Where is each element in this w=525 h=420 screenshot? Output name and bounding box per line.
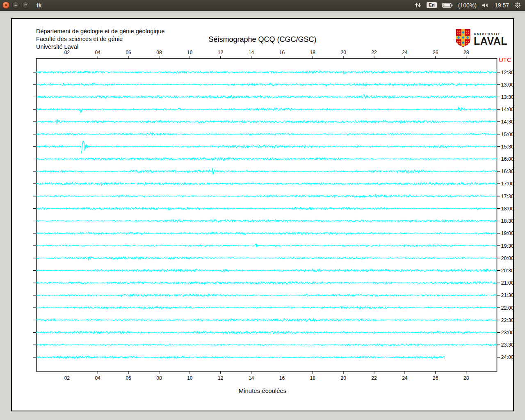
window-title: tk: [37, 2, 41, 9]
svg-text:14:00: 14:00: [501, 107, 514, 112]
svg-text:20:00: 20:00: [501, 256, 514, 261]
svg-text:14: 14: [249, 375, 254, 381]
svg-text:22:00: 22:00: [501, 305, 514, 311]
svg-text:04: 04: [95, 375, 101, 381]
svg-text:10: 10: [187, 50, 193, 55]
svg-text:13:00: 13:00: [501, 82, 514, 88]
svg-text:15:00: 15:00: [501, 132, 514, 137]
clock[interactable]: 19:57: [495, 2, 509, 9]
svg-text:12:30: 12:30: [501, 70, 514, 75]
volume-icon[interactable]: [482, 2, 489, 8]
maximize-icon: [25, 4, 27, 6]
svg-text:16: 16: [279, 50, 285, 55]
logo-text-laval: LAVAL: [474, 36, 507, 46]
svg-text:12: 12: [218, 50, 224, 55]
svg-text:16:00: 16:00: [501, 156, 514, 162]
svg-text:06: 06: [126, 375, 131, 381]
svg-text:14:30: 14:30: [501, 119, 514, 125]
svg-text:28: 28: [463, 50, 469, 55]
battery-icon[interactable]: [442, 2, 453, 8]
chart-title: Séismographe QCQ (CGC/GSC): [12, 35, 513, 44]
svg-text:23:00: 23:00: [501, 330, 514, 336]
window-titlebar: × – tk En (100%) 19:57: [0, 0, 525, 11]
svg-text:18:00: 18:00: [501, 206, 514, 212]
svg-text:12: 12: [218, 375, 224, 381]
svg-text:15:30: 15:30: [501, 144, 514, 150]
svg-text:28: 28: [463, 375, 469, 381]
system-tray: En (100%) 19:57: [415, 2, 525, 9]
svg-text:24: 24: [402, 375, 408, 381]
window-controls: × –: [2, 2, 29, 9]
seismograph-canvas: 0202040406060808101012121414161618182020…: [11, 18, 514, 411]
laval-crest-icon: [455, 29, 471, 49]
laval-logo: UNIVERSITÉ LAVAL: [455, 29, 507, 49]
utc-label: UTC: [499, 56, 511, 63]
svg-text:26: 26: [433, 375, 438, 381]
svg-text:18:30: 18:30: [501, 218, 514, 224]
svg-text:14: 14: [249, 50, 254, 55]
battery-percentage: (100%): [458, 2, 477, 9]
header-line-department: Département de géologie et de génie géol…: [36, 27, 165, 35]
svg-text:18: 18: [310, 50, 316, 55]
window-content: 0202040406060808101012121414161618182020…: [0, 11, 525, 420]
svg-text:23:30: 23:30: [501, 342, 514, 348]
minimize-button[interactable]: –: [12, 2, 19, 9]
svg-text:19:00: 19:00: [501, 231, 514, 236]
x-axis-title: Minutes écoulées: [12, 387, 513, 394]
svg-text:22:30: 22:30: [501, 317, 514, 323]
close-button[interactable]: ×: [2, 2, 9, 9]
header-line-university: Université Laval: [36, 43, 165, 51]
svg-text:20: 20: [340, 50, 346, 55]
svg-text:22: 22: [371, 375, 377, 381]
session-gear-icon[interactable]: [514, 2, 521, 9]
svg-text:24: 24: [402, 50, 408, 55]
minimize-icon: –: [14, 3, 17, 7]
svg-text:24:00: 24:00: [501, 354, 514, 360]
svg-text:08: 08: [156, 375, 162, 381]
svg-text:17:00: 17:00: [501, 181, 514, 187]
seismogram-plot: 0202040406060808101012121414161618182020…: [12, 19, 513, 411]
svg-text:02: 02: [64, 375, 70, 381]
network-icon[interactable]: [415, 2, 421, 8]
svg-text:16:30: 16:30: [501, 169, 514, 174]
maximize-button[interactable]: [22, 2, 29, 9]
svg-text:13:30: 13:30: [501, 94, 514, 100]
svg-text:21:00: 21:00: [501, 280, 514, 286]
svg-text:21:30: 21:30: [501, 292, 514, 298]
keyboard-layout-indicator[interactable]: En: [427, 2, 437, 8]
svg-text:10: 10: [187, 375, 193, 381]
svg-text:26: 26: [433, 50, 438, 55]
svg-text:20: 20: [340, 375, 346, 381]
svg-text:18: 18: [310, 375, 316, 381]
svg-text:17:30: 17:30: [501, 194, 514, 199]
close-icon: ×: [5, 3, 7, 7]
svg-text:16: 16: [279, 375, 285, 381]
svg-text:22: 22: [371, 50, 377, 55]
svg-text:20:30: 20:30: [501, 268, 514, 274]
svg-text:19:30: 19:30: [501, 243, 514, 249]
